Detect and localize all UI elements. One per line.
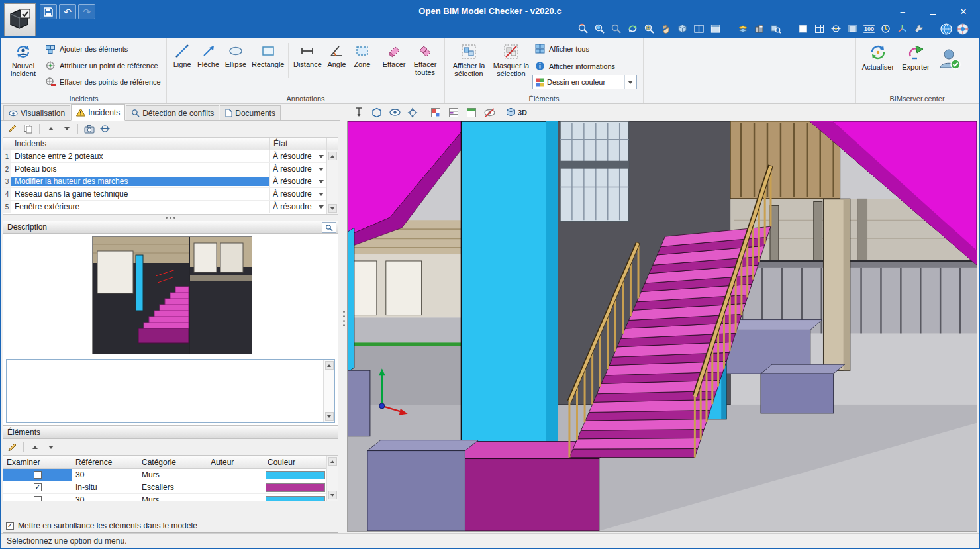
state-select[interactable]: À résoudre [270,150,326,162]
user-avatar[interactable] [934,40,964,71]
move-up-icon[interactable] [44,123,58,136]
update-button[interactable]: Actualiser [858,40,898,72]
state-select[interactable]: À résoudre [270,163,326,175]
assign-reference-button[interactable]: Attribuer un point de référence [42,57,164,74]
close-button[interactable]: ✕ [948,1,979,21]
zoom-previous-icon[interactable] [609,22,623,36]
locate-icon[interactable] [98,123,112,136]
hide-selection-button[interactable]: Masquer la sélection [490,40,532,79]
erase-all-button[interactable]: Effacer toutes [409,40,442,78]
zoom-extents-icon[interactable] [593,22,607,36]
edit-incident-icon[interactable] [5,123,19,136]
show-info-button[interactable]: Afficher informations [532,58,637,74]
erase-button[interactable]: Effacer [379,40,409,70]
grid-icon[interactable] [812,22,826,36]
incident-row-selected[interactable]: 3 Modifier la hauteur des marches À réso… [3,175,326,188]
element-row[interactable]: 30 Murs [3,469,338,481]
line-button[interactable]: Ligne [170,40,195,70]
incident-row[interactable]: 2 Poteau bois À résoudre [3,163,326,175]
examine-checkbox[interactable] [34,471,42,479]
panel-splitter[interactable] [340,104,347,533]
hide-elements-icon[interactable] [483,106,496,119]
distance-button[interactable]: Distance [291,40,324,70]
axonometry-icon[interactable] [895,22,909,36]
element-row[interactable]: ✓ In-situ Escaliers [3,481,338,494]
incident-row[interactable]: 4 Réseau dans la gaine technique À résou… [3,188,326,201]
zone-button[interactable]: Zone [350,40,375,70]
mode-3d-icon[interactable]: 3D [506,107,527,117]
scroll-up-icon[interactable] [328,457,337,466]
incidents-resize-handle[interactable] [1,215,340,221]
connection-icon[interactable] [956,22,969,36]
description-input[interactable] [6,359,335,423]
orbit-icon[interactable] [406,106,419,119]
bimserver-globe-icon[interactable] [939,22,953,36]
examine-checkbox[interactable]: ✓ [34,483,42,491]
clear-reference-button[interactable]: Effacer des points de référence [42,74,164,90]
reference-column-header[interactable]: Référence [72,456,138,468]
state-select[interactable]: À résoudre [270,175,326,187]
camera-icon[interactable] [82,123,96,136]
new-view-icon[interactable] [796,22,810,36]
draw-mode-select[interactable]: Dessin en couleur [532,75,637,89]
chevron-down-icon[interactable] [624,75,635,89]
show-selection-button[interactable]: Afficher la sélection [448,40,490,79]
rectangle-button[interactable]: Rectangle [250,40,287,70]
state-column-header[interactable]: État [270,138,326,150]
redraw-icon[interactable] [626,22,640,36]
zoom-description-button[interactable] [322,222,336,233]
category-column-header[interactable]: Catégorie [138,456,207,468]
move-down-icon[interactable] [60,123,74,136]
snap-icon[interactable] [829,22,843,36]
tab-visualisation[interactable]: Visualisation [3,105,70,120]
frames-icon[interactable] [846,22,859,36]
color-column-header[interactable]: Couleur [264,456,326,468]
incident-row[interactable]: 1 Distance entre 2 poteaux À résoudre [3,150,326,163]
elements-list-icon[interactable] [465,106,478,119]
scroll-up-icon[interactable] [328,152,337,160]
examine-column-header[interactable]: Examiner [3,456,72,468]
tab-detection-conflits[interactable]: Détection de conflits [126,105,219,120]
tab-incidents[interactable]: Incidents [71,104,125,121]
incident-thumbnail[interactable] [92,236,252,354]
history-icon[interactable] [879,22,893,36]
zoom-dynamic-icon[interactable] [576,22,590,36]
tools-icon[interactable] [912,22,926,36]
clip-volume-icon[interactable] [370,106,383,119]
layers-icon[interactable] [736,22,750,36]
move-up-icon[interactable] [28,440,42,454]
element-row[interactable]: 30 Murs [3,494,338,501]
zoom-window-icon[interactable] [642,22,656,36]
highlight-elements-option[interactable]: ✓ Mettre en surbrillance les éléments da… [3,519,338,533]
angle-button[interactable]: Angle [324,40,349,70]
maximize-button[interactable] [918,1,948,21]
state-select[interactable]: À résoudre [270,201,326,213]
move-down-icon[interactable] [44,440,58,454]
scroll-down-icon[interactable] [328,491,337,499]
color-view-icon[interactable] [429,106,442,119]
arrow-button[interactable]: Flèche [195,40,221,70]
visibility-icon[interactable] [388,106,401,119]
tab-documents[interactable]: Documents [220,105,281,120]
new-incident-button[interactable]: Nouvel incident [4,40,42,79]
scroll-up-icon[interactable] [325,361,334,370]
view-split-icon[interactable] [692,22,706,36]
show-all-button[interactable]: Afficher tous [532,40,637,57]
minimize-button[interactable]: – [887,1,918,21]
description-scrollbar[interactable] [323,360,334,422]
scroll-down-icon[interactable] [328,204,337,213]
copy-incident-icon[interactable] [21,123,35,136]
state-select[interactable]: À résoudre [270,188,326,200]
incidents-scrollbar[interactable] [326,150,338,214]
author-column-header[interactable]: Auteur [207,456,264,468]
elements-scrollbar[interactable] [326,456,338,501]
edit-element-icon[interactable] [5,440,19,454]
zoom-100-icon[interactable]: 100 [862,22,876,36]
orbit-icon[interactable] [675,22,689,36]
scroll-down-icon[interactable] [325,412,334,421]
model-search-icon[interactable] [769,22,783,36]
plumb-line-icon[interactable] [352,106,366,119]
incident-row[interactable]: 5 Fenêtre extérieure À résoudre [3,201,326,213]
incidents-column-header[interactable]: Incidents [11,139,270,148]
model-viewport[interactable] [347,121,977,532]
